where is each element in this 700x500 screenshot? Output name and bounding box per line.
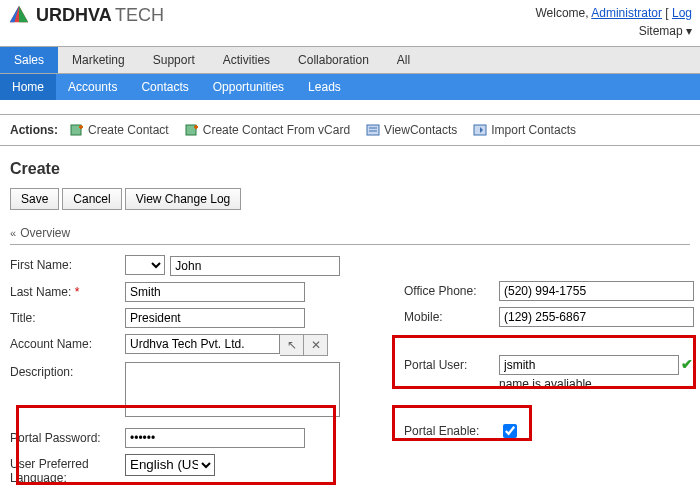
salutation-select[interactable]	[125, 255, 165, 275]
sitemap-link[interactable]: Sitemap ▾	[639, 24, 692, 38]
import-icon	[473, 123, 487, 137]
logo: URDHVA TECH	[8, 4, 164, 26]
office-phone-label: Office Phone:	[404, 281, 499, 298]
tab-activities[interactable]: Activities	[209, 47, 284, 73]
cursor-icon: ↖	[287, 338, 297, 352]
account-select-button[interactable]: ↖	[280, 334, 304, 356]
portal-password-label: Portal Password:	[10, 428, 125, 445]
actions-bar: Actions: Create Contact Create Contact F…	[0, 114, 700, 146]
description-label: Description:	[10, 362, 125, 379]
first-name-input[interactable]	[170, 256, 340, 276]
title-input[interactable]	[125, 308, 305, 328]
office-phone-input[interactable]	[499, 281, 694, 301]
description-input[interactable]	[125, 362, 340, 417]
portal-user-label: Portal User:	[404, 355, 499, 372]
primary-tabs: Sales Marketing Support Activities Colla…	[0, 46, 700, 74]
actions-label: Actions:	[10, 123, 58, 137]
user-language-label: User Preferred Language:	[10, 454, 125, 485]
brand-text-1: URDHVA	[36, 5, 112, 25]
user-language-select[interactable]: English (US)	[125, 454, 215, 476]
last-name-label: Last Name:	[10, 285, 71, 299]
portal-user-message: name is avaliable.	[499, 377, 693, 391]
welcome-area: Welcome, Administrator [ Log Sitemap ▾	[535, 4, 692, 40]
collapse-icon: «	[10, 227, 16, 239]
svg-rect-9	[367, 125, 379, 135]
action-import-contacts[interactable]: Import Contacts	[473, 123, 576, 137]
mobile-label: Mobile:	[404, 307, 499, 324]
check-icon: ✔	[681, 356, 693, 372]
form-area: First Name: Last Name: * Title: Account …	[0, 245, 700, 491]
account-name-input[interactable]	[125, 334, 280, 354]
close-icon: ✕	[311, 338, 321, 352]
tab-support[interactable]: Support	[139, 47, 209, 73]
welcome-prefix: Welcome,	[535, 6, 591, 20]
cancel-button[interactable]: Cancel	[62, 188, 121, 210]
action-create-contact[interactable]: Create Contact	[70, 123, 169, 137]
admin-link[interactable]: Administrator	[591, 6, 662, 20]
chevron-down-icon: ▾	[686, 24, 692, 38]
svg-marker-1	[19, 6, 28, 23]
portal-enable-label: Portal Enable:	[404, 421, 499, 438]
vcard-icon	[185, 123, 199, 137]
tab-marketing[interactable]: Marketing	[58, 47, 139, 73]
action-create-from-vcard[interactable]: Create Contact From vCard	[185, 123, 350, 137]
view-contacts-icon	[366, 123, 380, 137]
section-overview-header[interactable]: « Overview	[10, 222, 690, 245]
tab-collaboration[interactable]: Collaboration	[284, 47, 383, 73]
first-name-label: First Name:	[10, 255, 125, 272]
subtab-leads[interactable]: Leads	[296, 74, 353, 100]
title-label: Title:	[10, 308, 125, 325]
tab-all[interactable]: All	[383, 47, 424, 73]
subtab-contacts[interactable]: Contacts	[129, 74, 200, 100]
subtab-accounts[interactable]: Accounts	[56, 74, 129, 100]
account-clear-button[interactable]: ✕	[304, 334, 328, 356]
last-name-input[interactable]	[125, 282, 305, 302]
tab-sales[interactable]: Sales	[0, 47, 58, 73]
create-contact-icon	[70, 123, 84, 137]
portal-enable-checkbox[interactable]	[503, 424, 517, 438]
save-button[interactable]: Save	[10, 188, 59, 210]
subtab-home[interactable]: Home	[0, 74, 56, 100]
secondary-tabs: Home Accounts Contacts Opportunities Lea…	[0, 74, 700, 100]
action-view-contacts[interactable]: ViewContacts	[366, 123, 457, 137]
subtab-opportunities[interactable]: Opportunities	[201, 74, 296, 100]
portal-user-input[interactable]	[499, 355, 679, 375]
page-title: Create	[10, 160, 700, 178]
required-marker: *	[75, 285, 80, 299]
mobile-input[interactable]	[499, 307, 694, 327]
portal-password-input[interactable]	[125, 428, 305, 448]
view-change-log-button[interactable]: View Change Log	[125, 188, 242, 210]
brand-text-2: TECH	[115, 5, 164, 25]
log-link[interactable]: Log	[672, 6, 692, 20]
account-name-label: Account Name:	[10, 334, 125, 351]
logo-icon	[8, 4, 30, 26]
